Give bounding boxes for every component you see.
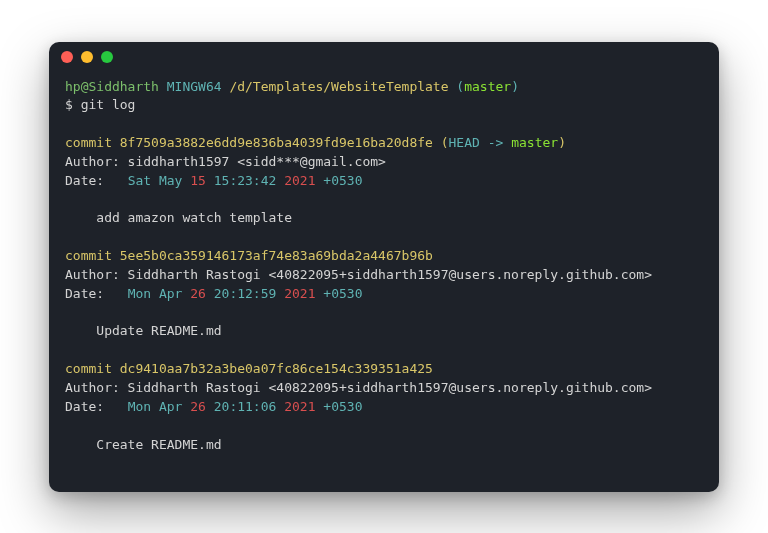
date-time: 15:23:42 — [206, 173, 284, 188]
commit-hash: dc9410aa7b32a3be0a07fc86ce154c339351a425 — [120, 361, 433, 376]
date-year: 2021 — [284, 173, 315, 188]
author-line: Author: Siddharth Rastogi <40822095+sidd… — [65, 380, 652, 395]
command: git log — [81, 97, 136, 112]
commit-hash: 8f7509a3882e6dd9e836ba4039fd9e16ba20d8fe — [120, 135, 433, 150]
date-num: 26 — [190, 399, 206, 414]
commit-label: commit — [65, 248, 120, 263]
prompt-ps1: $ — [65, 97, 81, 112]
minimize-icon[interactable] — [81, 51, 93, 63]
date-year: 2021 — [284, 286, 315, 301]
prompt-branch: master — [464, 79, 511, 94]
branch-paren-open: ( — [456, 79, 464, 94]
prompt-path: /d/Templates/WebsiteTemplate — [229, 79, 448, 94]
prompt-sys: MINGW64 — [167, 79, 222, 94]
commit-hash: 5ee5b0ca359146173af74e83a69bda2a4467b96b — [120, 248, 433, 263]
commit-message: Create README.md — [65, 437, 222, 452]
maximize-icon[interactable] — [101, 51, 113, 63]
terminal-body[interactable]: hp@Siddharth MINGW64 /d/Templates/Websit… — [49, 72, 719, 492]
date-time: 20:12:59 — [206, 286, 284, 301]
prompt-user-host: hp@Siddharth — [65, 79, 159, 94]
close-icon[interactable] — [61, 51, 73, 63]
date-year: 2021 — [284, 399, 315, 414]
date-prefix: Date: — [65, 173, 128, 188]
date-prefix: Date: — [65, 286, 128, 301]
date-day: Mon Apr — [128, 286, 191, 301]
date-num: 26 — [190, 286, 206, 301]
commit-label: commit — [65, 135, 120, 150]
commit-message: add amazon watch template — [65, 210, 292, 225]
date-tz: +0530 — [316, 399, 363, 414]
date-tz: +0530 — [316, 286, 363, 301]
commit-label: commit — [65, 361, 120, 376]
author-line: Author: siddharth1597 <sidd***@gmail.com… — [65, 154, 386, 169]
date-day: Mon Apr — [128, 399, 191, 414]
head-label: HEAD -> — [449, 135, 512, 150]
deco-close: ) — [558, 135, 566, 150]
date-prefix: Date: — [65, 399, 128, 414]
deco-open: ( — [433, 135, 449, 150]
date-tz: +0530 — [316, 173, 363, 188]
author-line: Author: Siddharth Rastogi <40822095+sidd… — [65, 267, 652, 282]
date-day: Sat May — [128, 173, 191, 188]
commit-message: Update README.md — [65, 323, 222, 338]
branch-name: master — [511, 135, 558, 150]
terminal-window: hp@Siddharth MINGW64 /d/Templates/Websit… — [49, 42, 719, 492]
branch-paren-close: ) — [511, 79, 519, 94]
titlebar — [49, 42, 719, 72]
date-time: 20:11:06 — [206, 399, 284, 414]
date-num: 15 — [190, 173, 206, 188]
